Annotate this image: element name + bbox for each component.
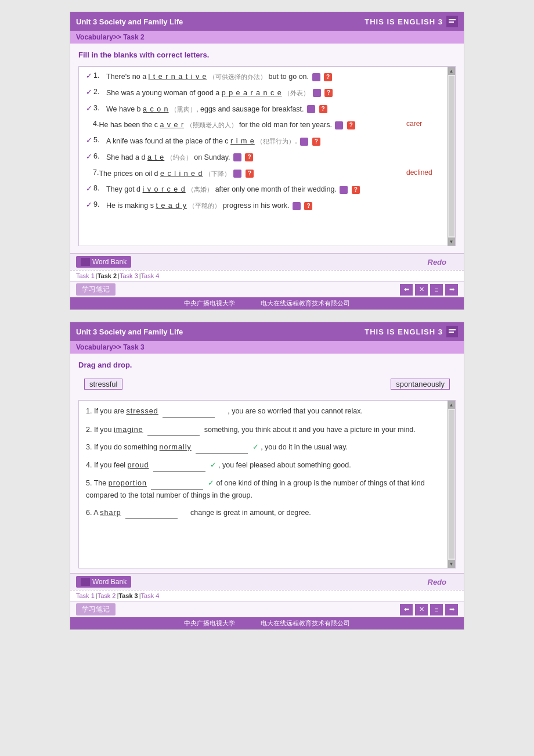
task-nav-2-task1[interactable]: Task 1 [76,592,95,599]
redo-btn-2[interactable]: Redo [428,578,447,586]
t3-item-2: 2. If you imagine something, you think a… [86,423,441,435]
panel-1: Unit 3 Society and Family Life THIS IS E… [70,12,464,310]
t3-drop-6[interactable] [125,507,178,519]
word-bank-btn-2[interactable]: Word Bank [76,576,131,588]
q-icon-9[interactable]: ? [304,202,312,210]
q6-word: a t e [147,153,164,161]
q7-word: e c l i n e d [160,170,203,178]
scroll-up-2[interactable]: ▲ [448,401,455,409]
speaker-icon-7[interactable] [233,170,241,178]
t3-drop-2[interactable] [147,423,200,435]
panel-2-bottom-bar: Word Bank Redo [70,573,464,590]
t3-num-4: 4. [86,461,94,469]
t3-word-4: proud [128,461,149,469]
nav-close-2[interactable]: ✕ [415,604,428,615]
redo-btn-1[interactable]: Redo [428,258,447,267]
notes-btn-1[interactable]: 学习笔记 [76,283,116,296]
footer-1-right: 电大在线远程教育技术有限公司 [261,300,350,307]
task-nav-2-task3[interactable]: Task 3 [118,592,138,599]
t3-num-1: 1. [86,407,94,415]
q-icon-4[interactable]: ? [347,121,355,129]
scroll-bar-1[interactable]: ▲ ▼ [447,67,455,246]
svg-rect-4 [449,329,456,330]
vocab-bar-2-task: Task 3 [123,343,144,351]
speaker-icon-3[interactable] [307,105,315,113]
q8-hint: （离婚） [187,186,213,193]
task-nav-1-task2[interactable]: Task 2 [98,272,117,279]
q5-check: ✓ [86,136,92,145]
q-icon-1[interactable]: ? [324,73,332,81]
t3-drop-5[interactable] [151,477,203,489]
panel-2-nav-icons: ⬅ ✕ ≡ ➡ [400,604,458,615]
drag-word-spontaneously[interactable]: spontaneously [391,379,450,390]
task-nav-2-task2[interactable]: Task 2 [98,592,116,599]
q7-hint: （下降） [205,170,230,177]
speaker-icon-6[interactable] [233,153,241,161]
speaker-icon-8[interactable] [340,186,348,194]
q-icon-6[interactable]: ? [245,153,253,161]
q-icon-2[interactable]: ? [324,89,333,97]
scroll-down-1[interactable]: ▼ [448,237,455,246]
task-nav-2-task4[interactable]: Task 4 [141,592,160,599]
panel-1-corner-icon [446,16,458,27]
t3-drop-4[interactable] [153,459,205,471]
q-icon-8[interactable]: ? [352,186,360,194]
q8-check: ✓ [86,184,92,193]
drag-words-row: stressful spontaneously [78,376,456,392]
nav-back-2[interactable]: ⬅ [400,604,413,615]
task-nav-1-task1[interactable]: Task 1 [76,272,95,279]
notes-btn-2[interactable]: 学习笔记 [76,603,116,615]
q9-word: t e a d y [156,201,186,210]
vocab-bar-1-text: Vocabulary>> Task 2 [76,33,145,41]
q4-text: He has been the c a v e r （照顾老人的人） for t… [99,120,397,131]
t3-word-2: imagine [114,426,143,434]
panel-1-instruction: Fill in the blanks with correct letters. [78,51,456,59]
panel-1-scroll-area[interactable]: ✓ 1. There's no a l t e r n a t i v e （可… [78,66,456,246]
word-bank-btn-1[interactable]: Word Bank [76,256,131,268]
speaker-icon-4[interactable] [335,121,343,129]
speaker-icon-9[interactable] [293,202,301,210]
speaker-icon-5[interactable] [300,138,308,146]
t3-check-4: ✓ [210,460,217,469]
t3-drop-1[interactable] [163,405,215,417]
t3-check-5: ✓ [208,478,214,487]
q1-check: ✓ [86,71,92,80]
q-icon-3[interactable]: ? [319,105,327,113]
task-nav-1-task3[interactable]: Task 3 [120,272,138,279]
nav-close-1[interactable]: ✕ [415,284,428,296]
t3-item-4: 4. If you feel proud ✓ , you feel please… [86,459,441,471]
t3-item-3: 3. If you do something normally ✓ , you … [86,441,441,453]
t3-num-2: 2. [86,426,94,434]
word-bank-icon-2 [81,578,90,586]
q-icon-5[interactable]: ? [312,138,320,146]
speaker-icon-2[interactable] [313,89,321,97]
q4-num: 4. [86,120,99,128]
q5-hint: （犯罪行为） [257,138,295,145]
q4: 4. He has been the c a v e r （照顾老人的人） fo… [86,120,450,131]
svg-rect-1 [449,19,456,20]
scroll-up-1[interactable]: ▲ [448,67,455,75]
t3-num-3: 3. [86,443,94,451]
nav-menu-2[interactable]: ≡ [430,604,443,615]
nav-forward-1[interactable]: ➡ [445,284,458,296]
panel-2-scroll-area[interactable]: 1. If you are stressed ✓ , you are so wo… [78,400,456,568]
q8: ✓ 8. They got d i v o r c e d （离婚） after… [86,184,450,195]
q9-check: ✓ [86,200,92,209]
panel-1-content: Fill in the blanks with correct letters.… [70,44,464,253]
nav-forward-2[interactable]: ➡ [445,604,458,615]
t3-word-3: normally [159,443,191,451]
q-icon-7[interactable]: ? [246,170,254,178]
nav-back-1[interactable]: ⬅ [400,284,413,296]
t3-drop-3[interactable] [196,441,248,453]
q8-text: They got d i v o r c e d （离婚） after only… [106,184,441,195]
drag-word-stressful[interactable]: stressful [84,379,122,390]
speaker-icon-1[interactable] [312,73,320,81]
q8-num: 8. [93,184,106,192]
task-nav-1-task4[interactable]: Task 4 [141,272,160,279]
panel-1-bottom-bar: Word Bank Redo [70,253,464,270]
panel-2-vocab-bar: Vocabulary>> Task 3 [70,341,464,354]
q7-num: 7. [86,168,99,177]
scroll-down-2[interactable]: ▼ [448,560,455,568]
nav-menu-1[interactable]: ≡ [430,284,443,296]
scroll-bar-2[interactable]: ▲ ▼ [447,401,455,568]
